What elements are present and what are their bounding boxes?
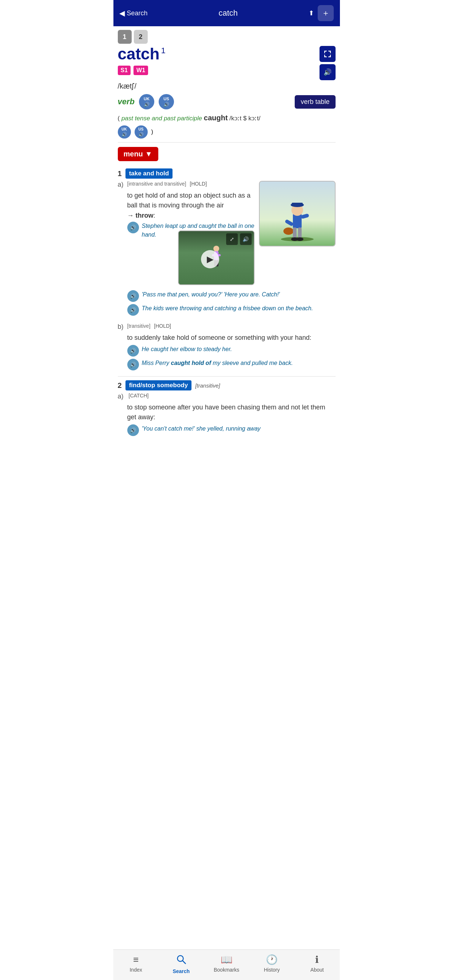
def1a-letter: a) xyxy=(118,181,125,188)
def1b-text: to suddenly take hold of someone or some… xyxy=(127,333,335,343)
word-title: catch xyxy=(118,46,160,62)
number-tabs: 1 2 xyxy=(118,30,335,44)
def2a-letter: a) xyxy=(118,393,125,400)
badge-s1: S1 xyxy=(118,65,131,75)
badge-w1: W1 xyxy=(134,65,148,75)
verb-row: verb UK 🔊 US 🔊 verb table xyxy=(118,94,335,110)
plus-icon: ＋ xyxy=(322,8,330,19)
svg-rect-5 xyxy=(324,55,325,57)
resize-icon xyxy=(323,49,332,58)
baseball-player-image xyxy=(259,181,335,247)
menu-button[interactable]: menu ▼ xyxy=(118,147,158,161)
us-audio-button[interactable]: US 🔊 xyxy=(159,94,174,110)
back-button[interactable]: ◀ Search xyxy=(119,9,148,18)
def1-sub-a: a) [intransitive and transitive] [HOLD] … xyxy=(118,181,335,318)
audio-icon-main: 🔊 xyxy=(324,68,332,76)
example-b1-audio-icon: 🔊 xyxy=(130,348,136,354)
resize-button[interactable] xyxy=(319,46,335,62)
example-b2-audio-icon: 🔊 xyxy=(130,362,136,368)
example-2-audio-button[interactable]: 🔊 xyxy=(127,290,139,302)
past-uk-icon: 🔊 xyxy=(121,132,127,137)
past-tense-audio-row: UK 🔊 US 🔊 ) xyxy=(118,126,335,138)
past-us-label: US xyxy=(139,127,144,131)
def1-header-row: 1 take and hold xyxy=(118,165,335,372)
def2-tag: find/stop somebody xyxy=(126,380,192,390)
def1a-letter-row: a) [intransitive and transitive] [HOLD] xyxy=(118,181,255,188)
video-play-button[interactable]: ▶ xyxy=(201,250,219,268)
def2-transitive: [transitive] xyxy=(195,382,220,389)
bold-phrase: caught hold of xyxy=(171,360,211,366)
example-3-audio-button[interactable]: 🔊 xyxy=(127,304,139,316)
video-thumbnail[interactable]: ⤢ 🔊 ▶ xyxy=(178,231,255,285)
divider-2 xyxy=(118,376,335,377)
side-controls: 🔊 xyxy=(319,46,335,80)
example-b1-text: He caught her elbow to steady her. xyxy=(142,345,232,354)
svg-point-16 xyxy=(283,228,293,235)
uk-flag-label: UK xyxy=(144,97,150,101)
add-button[interactable]: ＋ xyxy=(318,5,334,21)
past-paren-close: ) xyxy=(152,129,153,135)
example-def2-row: 🔊 'You can't catch me!' she yelled, runn… xyxy=(127,425,335,436)
past-us-icon: 🔊 xyxy=(138,132,144,137)
header-title: catch xyxy=(219,8,238,18)
menu-label: menu xyxy=(124,150,143,158)
example-b2-row: 🔊 Miss Perry caught hold of my sleeve an… xyxy=(127,359,335,371)
example-2-text: 'Pass me that pen, would you?' 'Here you… xyxy=(142,290,280,299)
arrow-word: throw xyxy=(136,212,153,219)
definition-2: 2 find/stop somebody [transitive] a) [CA… xyxy=(118,380,335,436)
past-uk-audio-button[interactable]: UK 🔊 xyxy=(118,126,131,138)
def1b-letter-row: b) [transitive] [HOLD] xyxy=(118,323,335,331)
video-sound-button[interactable]: 🔊 xyxy=(240,233,252,245)
main-content: 1 2 catch 1 S1 W1 xyxy=(113,30,340,468)
example-3-row: 🔊 The kids were throwing and catching a … xyxy=(127,304,335,316)
svg-point-20 xyxy=(296,237,303,241)
past-form: caught xyxy=(204,114,228,122)
def2a-catch-tag: [CATCH] xyxy=(129,393,149,398)
word-superscript: 1 xyxy=(161,46,165,56)
svg-rect-14 xyxy=(284,219,294,227)
def2-number-row: 2 find/stop somebody [transitive] xyxy=(118,380,335,390)
def1b-hold-tag: [HOLD] xyxy=(154,323,171,329)
video-controls: ⤢ 🔊 xyxy=(226,233,252,245)
word-header: catch 1 S1 W1 xyxy=(118,46,335,80)
share-icon[interactable]: ⬆ xyxy=(309,9,314,17)
tab-2[interactable]: 2 xyxy=(134,30,148,44)
pos-label: verb xyxy=(118,97,135,107)
example-def2-text: 'You can't catch me!' she yelled, runnin… xyxy=(142,425,261,433)
svg-rect-15 xyxy=(301,213,309,219)
us-flag-label: US xyxy=(163,97,169,101)
example-3-text: The kids were throwing and catching a fr… xyxy=(142,304,313,313)
example-b2-audio-button[interactable]: 🔊 xyxy=(127,359,139,371)
example-1-audio-icon: 🔊 xyxy=(130,224,136,231)
video-play-area[interactable]: ▶ xyxy=(201,250,219,268)
def1a-meta: [intransitive and transitive] xyxy=(127,181,187,187)
svg-rect-13 xyxy=(299,204,303,205)
pronunciation: /kætʃ/ xyxy=(118,82,335,91)
example-b1-audio-button[interactable]: 🔊 xyxy=(127,345,139,356)
example-def2-audio-button[interactable]: 🔊 xyxy=(127,425,139,436)
example-2-row: 🔊 'Pass me that pen, would you?' 'Here y… xyxy=(127,290,335,302)
baseball-player-svg xyxy=(279,188,316,243)
def1b-meta: [transitive] xyxy=(127,323,151,329)
badges-row: S1 W1 xyxy=(118,65,166,75)
def1-number-row: 1 take and hold xyxy=(118,169,335,179)
uk-audio-button[interactable]: UK 🔊 xyxy=(139,94,154,110)
verb-table-button[interactable]: verb table xyxy=(295,95,335,109)
definition-1: 1 take and hold xyxy=(118,165,335,372)
audio-button-main[interactable]: 🔊 xyxy=(319,64,335,80)
def1-sub-b: b) [transitive] [HOLD] to suddenly take … xyxy=(118,323,335,371)
uk-audio-icon: 🔊 xyxy=(144,102,150,107)
def2a-text: to stop someone after you have been chas… xyxy=(127,402,335,422)
past-tense-line: ( past tense and past participle caught … xyxy=(118,112,335,123)
past-us-audio-button[interactable]: US 🔊 xyxy=(135,126,148,138)
video-and-examples: Stephen leapt up and caught the ball in … xyxy=(142,222,255,288)
tab-1[interactable]: 1 xyxy=(118,30,132,44)
example-1-audio-button[interactable]: 🔊 xyxy=(127,222,139,233)
svg-rect-7 xyxy=(330,55,331,57)
svg-rect-1 xyxy=(324,51,325,53)
menu-dropdown-icon: ▼ xyxy=(145,150,152,158)
example-3-audio-icon: 🔊 xyxy=(130,307,136,313)
def2a-letter-row: a) [CATCH] xyxy=(118,393,335,400)
def1a-hold-tag: [HOLD] xyxy=(190,181,207,187)
video-expand-button[interactable]: ⤢ xyxy=(226,233,238,245)
